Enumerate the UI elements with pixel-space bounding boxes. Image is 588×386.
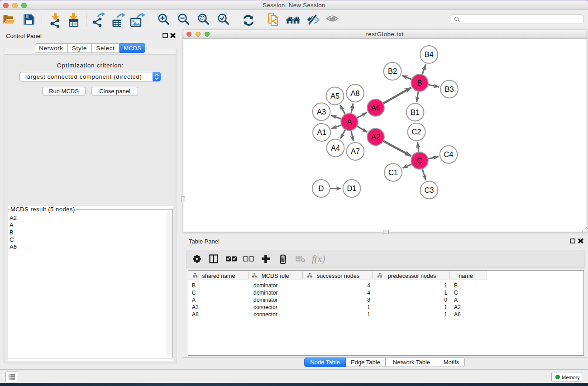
svg-text:f(x): f(x) (312, 253, 325, 264)
svg-text:D: D (319, 184, 324, 192)
svg-text:C3: C3 (424, 186, 434, 194)
svg-text:A1: A1 (317, 128, 326, 136)
svg-text:C1: C1 (388, 168, 398, 176)
svg-text:B3: B3 (445, 85, 454, 93)
svg-text:name: name (459, 273, 473, 279)
svg-text:B: B (417, 79, 422, 87)
svg-text:A8: A8 (350, 89, 359, 97)
svg-text:C4: C4 (444, 150, 453, 158)
svg-text:B4: B4 (424, 50, 433, 58)
svg-text:A5: A5 (330, 92, 339, 100)
svg-text:A4: A4 (331, 144, 340, 152)
svg-text:A3: A3 (317, 108, 326, 116)
svg-text:predecessor nodes: predecessor nodes (388, 273, 436, 279)
svg-text:C: C (417, 157, 422, 165)
svg-text:successor nodes: successor nodes (317, 273, 359, 279)
svg-text:A7: A7 (351, 147, 360, 155)
svg-text:shared name: shared name (202, 273, 235, 279)
svg-text:B1: B1 (411, 108, 420, 116)
svg-text:B2: B2 (388, 67, 397, 75)
svg-text:A: A (347, 118, 352, 126)
svg-text:MCDS role: MCDS role (261, 273, 289, 279)
svg-text:C2: C2 (411, 128, 421, 136)
svg-text:A6: A6 (371, 104, 380, 112)
svg-text:D1: D1 (347, 184, 356, 192)
svg-text:A2: A2 (371, 133, 380, 141)
